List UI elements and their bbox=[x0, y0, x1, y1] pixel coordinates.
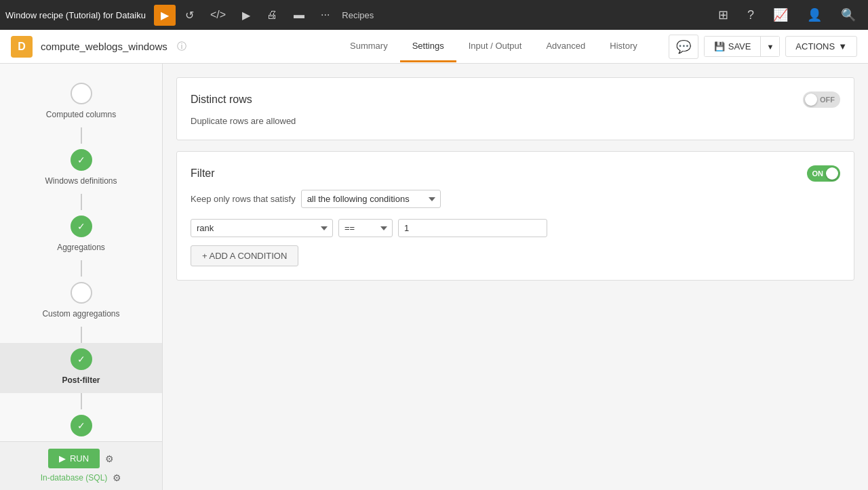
logo-text: D bbox=[18, 41, 26, 53]
filter-condition-row: Keep only rows that satisfy all the foll… bbox=[191, 190, 840, 208]
save-button[interactable]: 💾 SAVE bbox=[704, 36, 761, 57]
step-circle-windows-definitions: ✓ bbox=[71, 149, 92, 171]
run-row: ▶ RUN ⚙ bbox=[48, 449, 114, 468]
more-nav-icon[interactable]: ··· bbox=[314, 5, 336, 25]
step-circle-custom-aggregations bbox=[71, 282, 92, 304]
main-layout: Computed columns ✓ Windows definitions ✓… bbox=[0, 64, 868, 490]
actions-label: ACTIONS bbox=[795, 41, 835, 52]
info-icon[interactable]: ⓘ bbox=[177, 41, 186, 53]
print-nav-icon[interactable]: 🖨 bbox=[260, 5, 284, 25]
distinct-rows-title: Distinct rows bbox=[191, 94, 252, 106]
sidebar-item-computed-columns[interactable]: Computed columns bbox=[0, 77, 162, 127]
condition-field-select[interactable]: rank bbox=[191, 219, 333, 237]
app-title: Window recipe (Tutorial) for Dataiku bbox=[5, 10, 146, 20]
top-nav: Window recipe (Tutorial) for Dataiku ▶ ↺… bbox=[0, 0, 868, 30]
connector-4 bbox=[81, 327, 82, 343]
layout-nav-icon[interactable]: ▬ bbox=[287, 5, 311, 25]
distinct-rows-toggle[interactable]: OFF bbox=[803, 91, 840, 108]
distinct-rows-header-row: Distinct rows OFF bbox=[191, 91, 840, 108]
filter-toggle-knob bbox=[826, 167, 838, 180]
sidebar-item-post-filter[interactable]: ✓ Post-filter bbox=[0, 343, 162, 393]
header-tabs: Summary Settings Input / Output Advanced… bbox=[338, 31, 650, 62]
run-play-icon: ▶ bbox=[59, 453, 66, 464]
tab-advanced[interactable]: Advanced bbox=[534, 31, 597, 62]
user-nav-icon[interactable]: 👤 bbox=[800, 3, 829, 26]
tab-input-output[interactable]: Input / Output bbox=[456, 31, 534, 62]
connector-3 bbox=[81, 260, 82, 277]
filter-header-row: Filter ON bbox=[191, 165, 840, 182]
save-icon: 💾 bbox=[714, 41, 725, 52]
analytics-nav-icon[interactable]: 📈 bbox=[766, 3, 795, 26]
step-circle-computed-columns bbox=[71, 83, 92, 104]
keep-label: Keep only rows that satisfy bbox=[191, 194, 296, 204]
filter-toggle[interactable]: ON bbox=[807, 165, 841, 182]
toggle-on-label: ON bbox=[812, 169, 824, 178]
sidebar-item-aggregations[interactable]: ✓ Aggregations bbox=[0, 210, 162, 260]
step-circle-output: ✓ bbox=[71, 415, 92, 436]
sidebar-item-custom-aggregations[interactable]: Custom aggregations bbox=[0, 277, 162, 327]
step-label-computed-columns: Computed columns bbox=[41, 107, 121, 125]
filter-card-body: Filter ON Keep only rows that satisfy al… bbox=[177, 152, 854, 280]
tab-summary[interactable]: Summary bbox=[338, 31, 400, 62]
grid-nav-icon[interactable]: ⊞ bbox=[711, 3, 735, 26]
step-label-post-filter: Post-filter bbox=[56, 373, 105, 390]
sidebar-item-windows-definitions[interactable]: ✓ Windows definitions bbox=[0, 144, 162, 194]
in-database-gear-button[interactable]: ⚙ bbox=[113, 472, 121, 483]
tab-history[interactable]: History bbox=[597, 31, 649, 62]
step-label-windows-definitions: Windows definitions bbox=[39, 173, 122, 191]
in-database-label: In-database (SQL) bbox=[41, 473, 108, 483]
connector-2 bbox=[81, 194, 82, 210]
sidebar: Computed columns ✓ Windows definitions ✓… bbox=[0, 64, 163, 490]
step-circle-aggregations: ✓ bbox=[71, 216, 92, 237]
step-label-aggregations: Aggregations bbox=[52, 240, 111, 258]
distinct-rows-card: Distinct rows OFF Duplicate rows are all… bbox=[176, 77, 854, 140]
add-condition-button[interactable]: + ADD A CONDITION bbox=[191, 245, 298, 266]
filter-title: Filter bbox=[191, 167, 215, 180]
connector-5 bbox=[81, 393, 82, 409]
help-nav-icon[interactable]: ? bbox=[741, 4, 761, 26]
recipe-name: compute_weblogs_windows bbox=[41, 41, 167, 52]
in-database-row: In-database (SQL) ⚙ bbox=[41, 472, 122, 483]
search-nav-icon[interactable]: 🔍 bbox=[834, 3, 863, 26]
run-label: RUN bbox=[70, 453, 89, 464]
run-bar: ▶ RUN ⚙ In-database (SQL) ⚙ bbox=[0, 441, 162, 490]
filter-card: Filter ON Keep only rows that satisfy al… bbox=[176, 151, 854, 281]
duplicate-text: Duplicate rows are allowed bbox=[191, 116, 296, 126]
toggle-off-label: OFF bbox=[820, 96, 835, 104]
connector-1 bbox=[81, 127, 82, 144]
play-nav-icon[interactable]: ▶ bbox=[235, 5, 257, 26]
header-bar: D compute_weblogs_windows ⓘ Summary Sett… bbox=[0, 30, 868, 64]
refresh-nav-icon[interactable]: ↺ bbox=[178, 5, 201, 26]
actions-chevron-icon: ▼ bbox=[838, 41, 847, 52]
actions-button[interactable]: ACTIONS ▼ bbox=[785, 36, 857, 57]
condition-operator-select[interactable]: == != < > <= >= bbox=[338, 219, 393, 237]
distinct-rows-card-body: Distinct rows OFF Duplicate rows are all… bbox=[177, 78, 854, 140]
step-circle-post-filter: ✓ bbox=[71, 348, 92, 370]
recipes-label: Recipes bbox=[342, 10, 374, 20]
condition-row-1: rank == != < > <= >= bbox=[191, 219, 840, 237]
save-label: SAVE bbox=[728, 41, 751, 52]
tab-settings[interactable]: Settings bbox=[400, 31, 456, 62]
app-logo: D bbox=[11, 36, 33, 58]
run-button[interactable]: ▶ RUN bbox=[48, 449, 100, 468]
condition-value-input[interactable] bbox=[398, 219, 547, 237]
save-dropdown-button[interactable]: ▼ bbox=[760, 36, 780, 57]
content-area: Distinct rows OFF Duplicate rows are all… bbox=[163, 64, 868, 490]
sidebar-steps: Computed columns ✓ Windows definitions ✓… bbox=[0, 64, 162, 473]
run-nav-icon[interactable]: ▶ bbox=[154, 5, 176, 26]
run-gear-button[interactable]: ⚙ bbox=[105, 453, 114, 464]
code-nav-icon[interactable]: </> bbox=[203, 5, 233, 25]
step-label-custom-aggregations: Custom aggregations bbox=[37, 306, 125, 324]
header-actions: 💬 💾 SAVE ▼ ACTIONS ▼ bbox=[669, 35, 857, 59]
condition-type-select[interactable]: all the following conditions any of the … bbox=[301, 190, 441, 208]
comment-button[interactable]: 💬 bbox=[669, 35, 698, 59]
toggle-knob bbox=[805, 94, 817, 106]
save-btn-group: 💾 SAVE ▼ bbox=[704, 36, 781, 57]
